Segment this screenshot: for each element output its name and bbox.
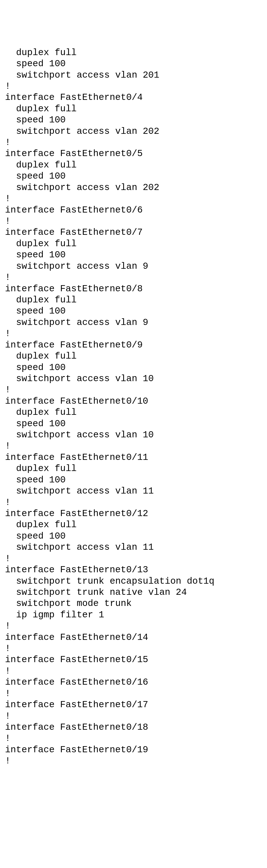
config-line: duplex full — [10, 160, 267, 171]
config-line: switchport access vlan 11 — [10, 542, 267, 553]
config-line: interface FastEthernet0/17 — [5, 700, 267, 711]
config-line: interface FastEthernet0/13 — [5, 564, 267, 576]
config-line: speed 100 — [10, 418, 267, 430]
config-line: interface FastEthernet0/10 — [5, 396, 267, 407]
config-line: ! — [5, 328, 267, 339]
config-line: duplex full — [10, 463, 267, 474]
config-line: ! — [5, 193, 267, 205]
config-line: interface FastEthernet0/15 — [5, 654, 267, 665]
config-line: switchport access vlan 202 — [10, 182, 267, 193]
config-line: duplex full — [10, 351, 267, 362]
config-line: interface FastEthernet0/7 — [5, 227, 267, 238]
config-line: speed 100 — [10, 171, 267, 182]
config-line: ! — [5, 621, 267, 632]
config-line: speed 100 — [10, 362, 267, 373]
config-line: interface FastEthernet0/12 — [5, 508, 267, 519]
config-line: ! — [5, 137, 267, 148]
cisco-config-text: duplex full speed 100 switchport access … — [5, 47, 267, 767]
config-line: interface FastEthernet0/4 — [5, 92, 267, 103]
config-line: switchport access vlan 9 — [10, 317, 267, 328]
config-line: ! — [5, 441, 267, 452]
config-line: ! — [5, 711, 267, 722]
config-line: ! — [5, 666, 267, 677]
config-line: switchport access vlan 201 — [10, 70, 267, 81]
config-line: switchport trunk encapsulation dot1q — [10, 576, 267, 587]
config-line: switchport trunk native vlan 24 — [10, 587, 267, 598]
config-line: interface FastEthernet0/11 — [5, 452, 267, 463]
config-line: switchport access vlan 11 — [10, 486, 267, 497]
config-line: speed 100 — [10, 306, 267, 317]
config-line: interface FastEthernet0/9 — [5, 340, 267, 351]
config-line: interface FastEthernet0/5 — [5, 148, 267, 159]
config-line: switchport mode trunk — [10, 598, 267, 609]
config-line: duplex full — [10, 239, 267, 250]
config-line: duplex full — [10, 519, 267, 530]
config-line: ip igmp filter 1 — [10, 610, 267, 621]
config-line: speed 100 — [10, 58, 267, 69]
config-line: speed 100 — [10, 531, 267, 542]
config-line: interface FastEthernet0/16 — [5, 677, 267, 688]
config-line: interface FastEthernet0/8 — [5, 283, 267, 294]
config-line: interface FastEthernet0/19 — [5, 744, 267, 755]
config-line: interface FastEthernet0/18 — [5, 722, 267, 733]
config-line: ! — [5, 384, 267, 396]
config-line: duplex full — [10, 103, 267, 115]
config-line: switchport access vlan 10 — [10, 373, 267, 384]
config-line: ! — [5, 272, 267, 283]
config-line: ! — [5, 733, 267, 744]
config-line: ! — [5, 755, 267, 767]
config-line: ! — [5, 216, 267, 227]
config-line: ! — [5, 688, 267, 700]
config-line: ! — [5, 497, 267, 508]
config-line: switchport access vlan 9 — [10, 261, 267, 272]
config-line: duplex full — [10, 47, 267, 58]
config-line: switchport access vlan 202 — [10, 126, 267, 137]
config-line: duplex full — [10, 407, 267, 418]
config-line: speed 100 — [10, 115, 267, 126]
config-line: duplex full — [10, 294, 267, 306]
config-line: ! — [5, 643, 267, 654]
config-line: interface FastEthernet0/6 — [5, 205, 267, 216]
config-line: speed 100 — [10, 475, 267, 486]
config-line: ! — [5, 553, 267, 564]
config-line: interface FastEthernet0/14 — [5, 632, 267, 643]
config-line: switchport access vlan 10 — [10, 430, 267, 441]
config-line: ! — [5, 81, 267, 92]
config-line: speed 100 — [10, 250, 267, 261]
